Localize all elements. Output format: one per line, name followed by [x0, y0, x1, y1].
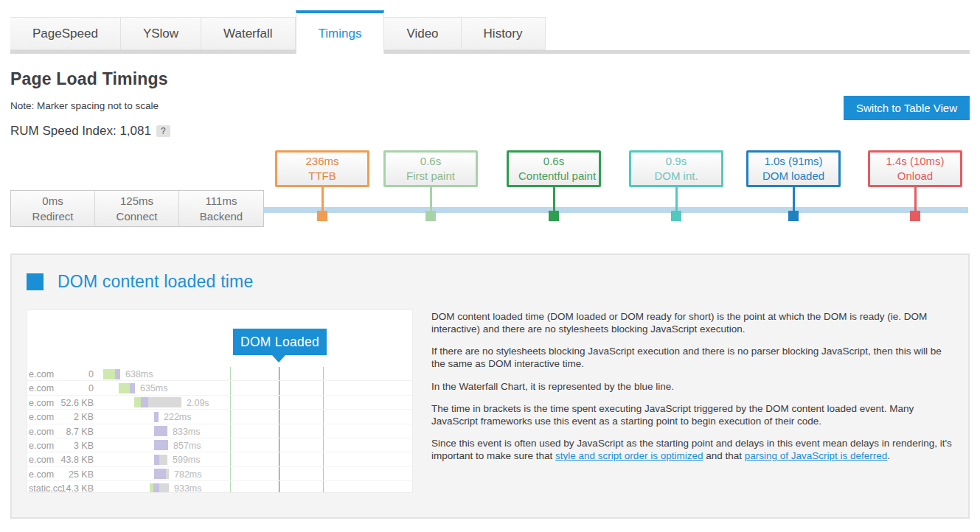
paragraph-text: The time in brackets is the time spent e… [431, 403, 914, 427]
request-bar-segment [159, 483, 169, 493]
marker-square [317, 211, 327, 221]
request-time: 782ms [174, 469, 202, 480]
tab-bar: PageSpeedYSlowWaterfallTimingsVideoHisto… [10, 10, 970, 54]
marker-box[interactable]: 0.6sFirst paint [383, 150, 478, 187]
marker-square [425, 211, 436, 221]
rum-speed-index: RUM Speed Index: 1,081 ? [10, 124, 970, 139]
marker-square [549, 211, 559, 221]
marker-value: 0.9s [641, 154, 712, 169]
request-time: 933ms [174, 483, 202, 493]
rum-value: 1,081 [119, 124, 151, 138]
help-icon[interactable]: ? [156, 125, 170, 137]
phase-value: 125ms [95, 193, 178, 209]
tab-timings[interactable]: Timings [296, 10, 385, 54]
marker-stem [553, 187, 555, 214]
waterfall-thumbnail: DOM Loaded e.com0638mse.com0635mse.com52… [27, 309, 413, 493]
request-size: 2 KB [48, 412, 94, 422]
rum-label: RUM Speed Index: 1,081 [10, 124, 151, 139]
marker-stem [914, 187, 917, 214]
request-size: 43.8 KB [48, 455, 94, 465]
marker-label: First paint [395, 169, 466, 183]
marker-label: DOM loaded [758, 169, 829, 183]
request-size: 0 [48, 383, 94, 393]
paragraph-text: If there are no stylesheets blocking Jav… [431, 346, 942, 369]
waterfall-row: e.com43.8 KB599ms [27, 452, 412, 466]
timeline-phase-group: 0msRedirect125msConnect111msBackend [10, 190, 264, 227]
timeline-bar [263, 207, 968, 213]
request-size: 8.7 KB [48, 427, 94, 437]
request-time: 2.09s [187, 398, 209, 408]
marker-spacing-note: Note: Marker spacing not to scale [10, 100, 970, 111]
marker-stem [675, 187, 678, 214]
request-time: 635ms [140, 383, 168, 393]
waterfall-row: e.com0638ms [27, 367, 412, 381]
waterfall-row: e.com0635ms [27, 381, 412, 395]
request-size: 3 KB [48, 441, 94, 451]
request-bar-segment [119, 383, 130, 393]
tab-bar-divider [10, 50, 970, 54]
tab-pagespeed[interactable]: PageSpeed [10, 17, 121, 50]
panel-header: DOM content loaded time [27, 272, 953, 292]
description-paragraph: DOM content loaded time (DOM loaded or D… [431, 311, 953, 336]
phase-backend: 111msBackend [179, 191, 263, 226]
inline-link[interactable]: style and script order is optimized [555, 450, 703, 461]
phase-label: Connect [95, 209, 178, 224]
request-size: 25 KB [48, 469, 94, 480]
waterfall-row: e.com2 KB222ms [27, 410, 412, 424]
waterfall-row: e.com52.6 KB2.09s [27, 396, 412, 410]
tab-yslow[interactable]: YSlow [121, 17, 201, 50]
request-size: 14.3 KB [48, 483, 94, 493]
tab-history[interactable]: History [462, 17, 546, 50]
switch-to-table-view-button[interactable]: Switch to Table View [844, 96, 970, 120]
phase-label: Redirect [11, 209, 94, 224]
marker-square [671, 211, 681, 221]
inline-link[interactable]: parsing of JavaScript is deferred [745, 450, 888, 461]
marker-stem [793, 187, 795, 214]
request-bar-segment [141, 397, 148, 407]
request-size: 52.6 KB [48, 398, 94, 408]
marker-square [910, 211, 920, 221]
marker-label: TTFB [287, 169, 358, 183]
request-bar-segment [166, 469, 169, 479]
dom-loaded-tooltip: DOM Loaded [233, 329, 327, 355]
request-bar-segment [115, 369, 120, 379]
page-load-timeline: 0msRedirect125msConnect111msBackend 236m… [10, 144, 970, 234]
marker-box[interactable]: 0.9sDOM int. [629, 150, 723, 187]
paragraph-text: . [887, 450, 890, 461]
paragraph-text: and that [703, 450, 744, 461]
marker-stem [322, 187, 324, 214]
marker-box[interactable]: 0.6sContentful paint [507, 150, 601, 187]
waterfall-rows: e.com0638mse.com0635mse.com52.6 KB2.09se… [27, 367, 412, 493]
paragraph-text: In the Waterfall Chart, it is represente… [431, 381, 674, 392]
marker-value: 0.6s [395, 154, 466, 169]
marker-box[interactable]: 1.0s (91ms)DOM loaded [746, 150, 841, 187]
request-time: 638ms [125, 369, 153, 379]
phase-connect: 125msConnect [95, 191, 179, 226]
request-size: 0 [48, 369, 94, 379]
tab-waterfall[interactable]: Waterfall [201, 17, 295, 50]
request-bar-segment [154, 412, 159, 422]
request-bar-segment [159, 455, 167, 465]
phase-value: 111ms [179, 193, 263, 209]
description-paragraph: If there are no stylesheets blocking Jav… [431, 346, 953, 371]
request-bar-segment [134, 397, 141, 407]
marker-label: Onload [880, 169, 951, 183]
marker-value: 236ms [287, 154, 358, 169]
waterfall-row: e.com8.7 KB833ms [27, 424, 412, 438]
waterfall-row: static.cc14.3 KB933ms [27, 481, 412, 493]
marker-value: 0.6s [518, 154, 589, 169]
description-text: DOM content loaded time (DOM loaded or D… [431, 309, 953, 493]
waterfall-row: e.com3 KB857ms [27, 438, 412, 452]
page-title: Page Load Timings [10, 69, 970, 89]
request-bar-segment [154, 426, 167, 436]
marker-box[interactable]: 1.4s (10ms)Onload [868, 150, 962, 187]
request-bar-segment [154, 469, 166, 479]
tab-video[interactable]: Video [384, 17, 461, 50]
request-time: 833ms [173, 427, 201, 437]
paragraph-text: DOM content loaded time (DOM loaded or D… [431, 311, 927, 335]
request-bar-segment [153, 483, 159, 493]
phase-label: Backend [179, 209, 263, 224]
panel-body: DOM Loaded e.com0638mse.com0635mse.com52… [27, 309, 953, 493]
request-time: 599ms [173, 455, 201, 465]
marker-box[interactable]: 236msTTFB [275, 150, 369, 187]
